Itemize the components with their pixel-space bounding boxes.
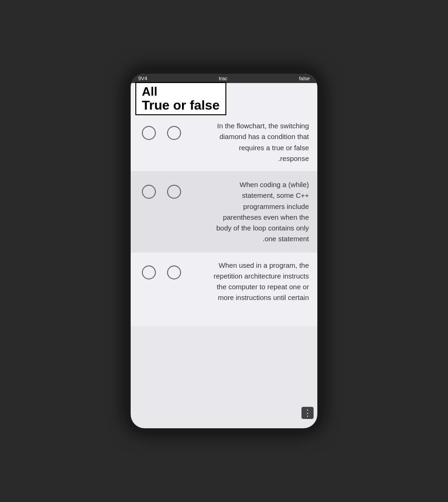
question-row-2: When coding a (while) statement, some C+… (131, 172, 317, 252)
option-true-2 (142, 185, 156, 199)
overlay-label: All True or false (135, 82, 226, 115)
option-true-3 (142, 265, 156, 279)
overlay-line2: True or false (142, 98, 220, 113)
option-false-1 (167, 126, 181, 140)
option-true-1 (142, 126, 156, 140)
status-left: 9V4 (138, 76, 147, 81)
radio-false-3[interactable] (167, 265, 181, 279)
options-col-1 (134, 120, 209, 140)
phone-screen: 9V4 trac false All True or false (131, 74, 317, 428)
phone-device: 9V4 trac false All True or false (126, 69, 322, 433)
option-false-2 (167, 185, 181, 199)
overlay-line1: All (142, 85, 220, 98)
radio-false-1[interactable] (167, 126, 181, 140)
question-row-3: When used in a program, the repetition a… (131, 252, 317, 327)
radio-true-1[interactable] (142, 126, 156, 140)
status-center: trac (219, 76, 227, 81)
question-text-3: When used in a program, the repetition a… (209, 260, 314, 303)
option-false-3 (167, 265, 181, 279)
radio-true-3[interactable] (142, 265, 156, 279)
question-text-2: When coding a (while) statement, some C+… (209, 179, 314, 244)
content-area: In the flowchart, the switching diamond … (131, 83, 317, 327)
status-bar: 9V4 trac false (131, 74, 317, 83)
radio-true-2[interactable] (142, 185, 156, 199)
status-right: false (299, 76, 310, 81)
question-text-1: In the flowchart, the switching diamond … (209, 120, 314, 164)
options-col-3 (134, 260, 209, 279)
nav-dots-icon[interactable]: ⋮ (301, 407, 314, 419)
options-col-2 (134, 179, 209, 199)
radio-false-2[interactable] (167, 185, 181, 199)
